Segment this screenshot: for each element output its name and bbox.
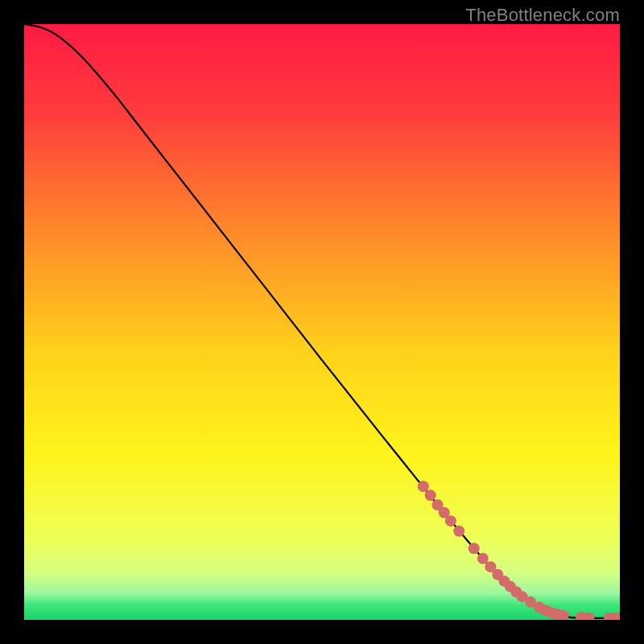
plot-area	[24, 24, 620, 620]
data-point	[477, 553, 489, 564]
gradient-background	[24, 24, 620, 620]
bottleneck-curve-chart	[24, 24, 620, 620]
watermark-label: TheBottleneck.com	[465, 5, 620, 26]
data-point	[453, 526, 464, 537]
data-point	[469, 543, 480, 554]
data-point	[445, 515, 456, 526]
data-point	[425, 489, 436, 501]
chart-frame: TheBottleneck.com	[0, 0, 644, 644]
data-point	[418, 481, 429, 492]
